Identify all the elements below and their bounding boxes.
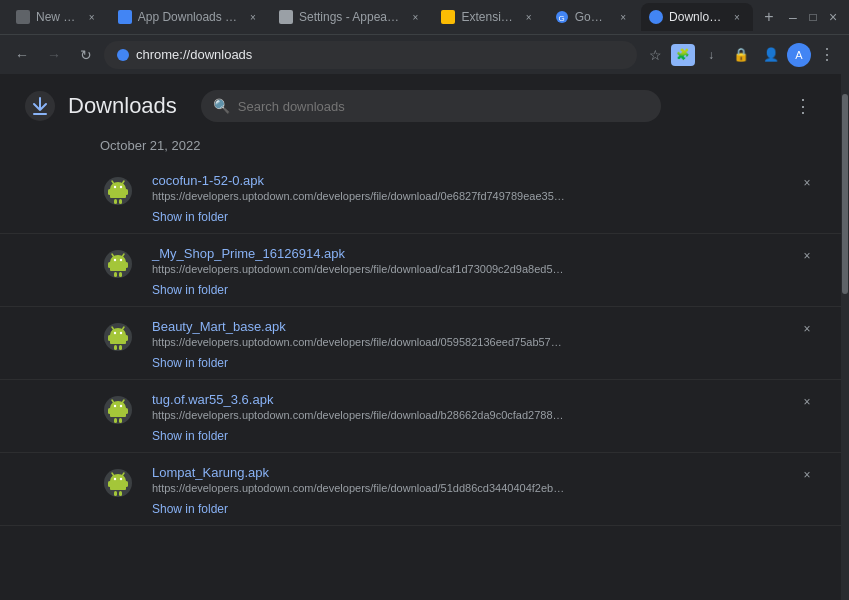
item-details: tug.of.war55_3.6.apk https://developers.… <box>152 392 817 444</box>
download-item: Lompat_Karung.apk https://developers.upt… <box>0 453 841 526</box>
tab-settings-close[interactable]: × <box>407 9 423 25</box>
svg-rect-45 <box>114 418 117 423</box>
item-close-button[interactable]: × <box>797 465 817 485</box>
more-options-button[interactable]: ⋮ <box>789 92 817 120</box>
lock-icon[interactable]: 🔒 <box>727 41 755 69</box>
tab-app-downloads[interactable]: App Downloads fo… × <box>110 3 269 31</box>
title-bar: New Tab × App Downloads fo… × Settings -… <box>0 0 849 34</box>
item-android-icon <box>100 392 136 428</box>
item-close-button[interactable]: × <box>797 246 817 266</box>
item-filename[interactable]: Lompat_Karung.apk <box>152 465 817 480</box>
date-section-label: October 21, 2022 <box>0 130 841 161</box>
svg-rect-13 <box>119 199 122 204</box>
item-details: Beauty_Mart_base.apk https://developers.… <box>152 319 817 371</box>
item-url: https://developers.uptodown.com/develope… <box>152 190 652 202</box>
show-in-folder-link[interactable]: Show in folder <box>152 502 228 516</box>
profile-avatar[interactable]: A <box>787 43 811 67</box>
back-button[interactable]: ← <box>8 41 36 69</box>
svg-rect-55 <box>125 481 128 487</box>
show-in-folder-link[interactable]: Show in folder <box>152 356 228 370</box>
item-close-button[interactable]: × <box>797 319 817 339</box>
svg-rect-56 <box>114 491 117 496</box>
content-area: Downloads 🔍 ⋮ October 21, 2022 <box>0 74 849 600</box>
bookmark-icon[interactable]: ☆ <box>641 41 669 69</box>
minimize-button[interactable]: – <box>785 9 801 25</box>
item-filename[interactable]: cocofun-1-52-0.apk <box>152 173 817 188</box>
item-close-button[interactable]: × <box>797 173 817 193</box>
address-favicon-icon <box>116 48 130 62</box>
tab-downloads-close[interactable]: × <box>729 9 745 25</box>
tab-downloads-label: Downloads <box>669 10 723 24</box>
browser-frame: New Tab × App Downloads fo… × Settings -… <box>0 0 849 600</box>
forward-button[interactable]: → <box>40 41 68 69</box>
svg-rect-10 <box>108 189 111 195</box>
svg-point-19 <box>114 259 116 261</box>
tab-new-tab[interactable]: New Tab × <box>8 3 108 31</box>
tab-google[interactable]: G Google × <box>547 3 639 31</box>
tab-extensions-label: Extensions <box>461 10 514 24</box>
tab-new-tab-label: New Tab <box>36 10 78 24</box>
svg-point-30 <box>114 332 116 334</box>
svg-rect-12 <box>114 199 117 204</box>
svg-rect-33 <box>125 335 128 341</box>
svg-rect-18 <box>110 262 126 271</box>
show-in-folder-link[interactable]: Show in folder <box>152 283 228 297</box>
tab-extensions-close[interactable]: × <box>521 9 537 25</box>
downloads-list: cocofun-1-52-0.apk https://developers.up… <box>0 161 841 526</box>
item-filename[interactable]: _My_Shop_Prime_16126914.apk <box>152 246 817 261</box>
item-close-button[interactable]: × <box>797 392 817 412</box>
refresh-button[interactable]: ↻ <box>72 41 100 69</box>
svg-rect-23 <box>114 272 117 277</box>
item-url: https://developers.uptodown.com/develope… <box>152 482 652 494</box>
tab-app-downloads-label: App Downloads fo… <box>138 10 239 24</box>
scrollbar-track[interactable] <box>841 74 849 600</box>
show-in-folder-link[interactable]: Show in folder <box>152 210 228 224</box>
search-input[interactable] <box>238 99 649 114</box>
svg-point-2 <box>117 49 129 61</box>
item-url: https://developers.uptodown.com/develope… <box>152 263 652 275</box>
downloads-logo-icon <box>24 90 56 122</box>
person-icon[interactable]: 👤 <box>757 41 785 69</box>
extension-puzzle-icon[interactable]: 🧩 <box>671 44 695 66</box>
settings-favicon-icon <box>279 10 293 24</box>
svg-rect-24 <box>119 272 122 277</box>
svg-rect-32 <box>108 335 111 341</box>
scrollbar-thumb[interactable] <box>842 94 848 294</box>
more-options-toolbar-icon[interactable]: ⋮ <box>813 41 841 69</box>
tab-google-close[interactable]: × <box>615 9 631 25</box>
download-item: _My_Shop_Prime_16126914.apk https://deve… <box>0 234 841 307</box>
show-in-folder-link[interactable]: Show in folder <box>152 429 228 443</box>
svg-rect-51 <box>110 481 126 490</box>
search-icon: 🔍 <box>213 98 230 114</box>
item-android-icon <box>100 465 136 501</box>
downloads-toolbar-icon[interactable]: ↓ <box>697 41 725 69</box>
item-android-icon <box>100 246 136 282</box>
svg-point-42 <box>120 405 122 407</box>
svg-rect-57 <box>119 491 122 496</box>
tab-downloads[interactable]: Downloads × <box>641 3 753 31</box>
svg-point-53 <box>120 478 122 480</box>
tab-app-downloads-close[interactable]: × <box>245 9 261 25</box>
svg-point-20 <box>120 259 122 261</box>
item-filename[interactable]: Beauty_Mart_base.apk <box>152 319 817 334</box>
download-item: cocofun-1-52-0.apk https://developers.up… <box>0 161 841 234</box>
google-favicon-icon: G <box>555 10 569 24</box>
tab-extensions[interactable]: Extensions × <box>433 3 544 31</box>
item-filename[interactable]: tug.of.war55_3.6.apk <box>152 392 817 407</box>
new-tab-button[interactable]: + <box>755 3 783 31</box>
new-tab-favicon-icon <box>16 10 30 24</box>
svg-rect-22 <box>125 262 128 268</box>
close-button[interactable]: × <box>825 9 841 25</box>
downloads-search-bar[interactable]: 🔍 <box>201 90 661 122</box>
svg-rect-7 <box>110 189 126 198</box>
maximize-button[interactable]: □ <box>805 9 821 25</box>
svg-rect-29 <box>110 335 126 344</box>
item-android-icon <box>100 173 136 209</box>
tab-settings[interactable]: Settings - Appeara… × <box>271 3 432 31</box>
svg-rect-43 <box>108 408 111 414</box>
browser-toolbar: ← → ↻ chrome://downloads ☆ 🧩 ↓ 🔒 👤 A ⋮ <box>0 34 849 74</box>
svg-rect-35 <box>119 345 122 350</box>
tab-new-tab-close[interactable]: × <box>84 9 100 25</box>
item-details: cocofun-1-52-0.apk https://developers.up… <box>152 173 817 225</box>
address-bar[interactable]: chrome://downloads <box>104 41 637 69</box>
